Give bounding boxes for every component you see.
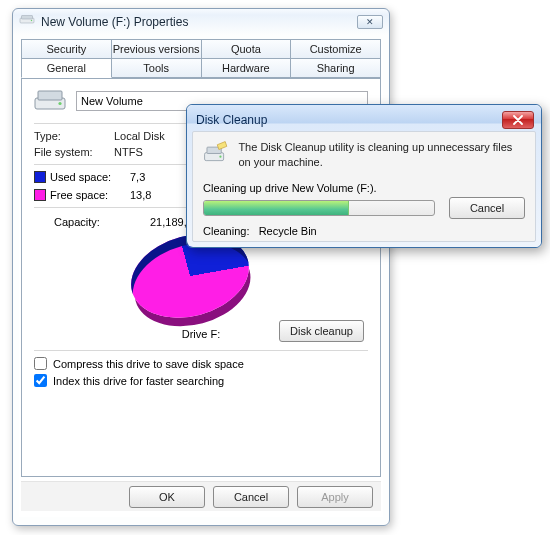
tab-previous-versions[interactable]: Previous versions <box>111 39 202 59</box>
used-swatch <box>34 171 46 183</box>
used-label: Used space: <box>50 171 130 183</box>
index-checkbox-row[interactable]: Index this drive for faster searching <box>34 374 368 387</box>
compress-checkbox[interactable] <box>34 357 47 370</box>
disk-cleanup-dialog: Disk Cleanup The Disk Cleanup utility is… <box>186 104 542 248</box>
svg-point-5 <box>58 102 61 105</box>
progress-bar <box>203 200 435 216</box>
cleanup-message: The Disk Cleanup utility is cleaning up … <box>238 140 525 172</box>
capacity-label: Capacity: <box>54 216 150 228</box>
free-swatch <box>34 189 46 201</box>
detail-value: Recycle Bin <box>259 225 317 237</box>
tab-quota[interactable]: Quota <box>201 39 292 59</box>
apply-button[interactable]: Apply <box>297 486 373 508</box>
compress-checkbox-row[interactable]: Compress this drive to save disk space <box>34 357 368 370</box>
window-title: New Volume (F:) Properties <box>41 15 357 29</box>
drive-icon <box>19 14 35 30</box>
dialog-title: Disk Cleanup <box>196 113 502 127</box>
titlebar[interactable]: New Volume (F:) Properties ✕ <box>13 9 389 35</box>
tab-hardware[interactable]: Hardware <box>201 58 292 78</box>
tab-general[interactable]: General <box>21 58 112 78</box>
type-label: Type: <box>34 130 114 142</box>
tab-customize[interactable]: Customize <box>290 39 381 59</box>
close-button[interactable] <box>502 111 534 129</box>
free-label: Free space: <box>50 189 130 201</box>
properties-window: New Volume (F:) Properties ✕ Security Pr… <box>12 8 390 526</box>
svg-rect-1 <box>22 16 33 20</box>
drive-icon-large <box>34 89 66 113</box>
cancel-button[interactable]: Cancel <box>213 486 289 508</box>
progress-label: Cleaning up drive New Volume (F:). <box>203 182 525 194</box>
compress-label: Compress this drive to save disk space <box>53 358 244 370</box>
fs-label: File system: <box>34 146 114 158</box>
svg-rect-4 <box>38 91 62 100</box>
cleanup-icon <box>203 140 228 172</box>
close-button[interactable]: ✕ <box>357 15 383 29</box>
svg-point-8 <box>219 156 221 158</box>
titlebar[interactable]: Disk Cleanup <box>192 110 536 130</box>
dialog-button-bar: OK Cancel Apply <box>21 481 381 511</box>
detail-label: Cleaning: <box>203 225 249 237</box>
index-checkbox[interactable] <box>34 374 47 387</box>
disk-cleanup-button[interactable]: Disk cleanup <box>279 320 364 342</box>
svg-point-2 <box>31 20 32 21</box>
ok-button[interactable]: OK <box>129 486 205 508</box>
index-label: Index this drive for faster searching <box>53 375 224 387</box>
tab-security[interactable]: Security <box>21 39 112 59</box>
tab-sharing[interactable]: Sharing <box>290 58 381 78</box>
cleanup-cancel-button[interactable]: Cancel <box>449 197 525 219</box>
tab-strip: Security Previous versions Quota Customi… <box>19 39 383 79</box>
usage-pie-chart: Drive F: Disk cleanup <box>34 234 368 344</box>
tab-tools[interactable]: Tools <box>111 58 202 78</box>
